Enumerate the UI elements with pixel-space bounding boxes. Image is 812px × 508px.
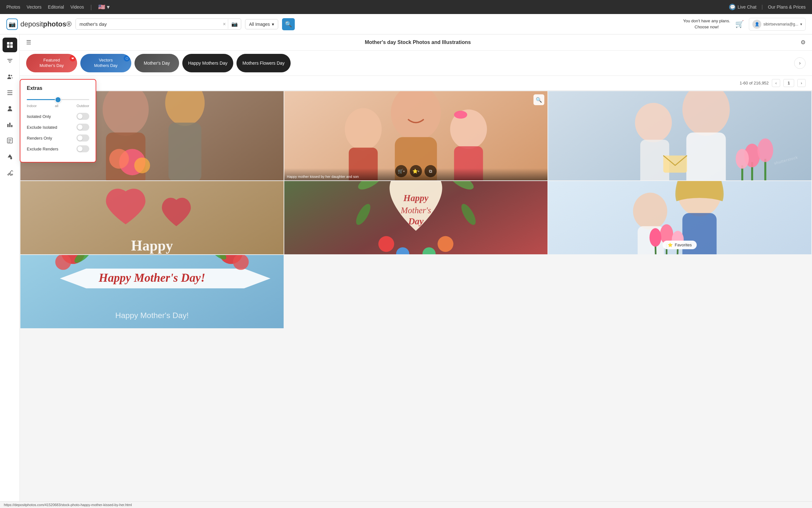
nav-vectors[interactable]: Vectors (27, 4, 42, 9)
nav-editorial[interactable]: Editorial (48, 4, 64, 9)
cart-button[interactable]: 🛒 (734, 19, 745, 30)
next-page-button[interactable]: › (797, 79, 806, 87)
toggle-isolated-only-switch[interactable] (77, 113, 89, 120)
sort-row: NEWEST UNDISCOVERED 1-60 of 216,952 ‹ 1 … (20, 76, 812, 90)
svg-rect-6 (9, 62, 10, 63)
add-to-favorites-button[interactable]: ⭐+ (410, 165, 422, 177)
plans-link[interactable]: Our Plans & Prices (768, 4, 806, 9)
toggle-renders-only: Renders Only (27, 134, 89, 141)
photo-item-2[interactable]: Happy mother kissed by her daughter and … (284, 91, 548, 180)
photo-item-3[interactable]: shutterstock (548, 91, 811, 180)
svg-text:Happy Mother's Day!: Happy Mother's Day! (115, 311, 189, 320)
toggle-exclude-isolated-switch[interactable] (77, 124, 89, 131)
chip-flowers-label: Mothers Flowers Day (243, 60, 285, 66)
toggle-renders-only-label: Renders Only (27, 136, 52, 140)
live-chat-link[interactable]: 💬 Live Chat (729, 4, 756, 10)
svg-rect-9 (7, 90, 12, 91)
svg-point-27 (109, 149, 129, 169)
chip-featured-label: FeaturedMother's Day (40, 58, 64, 69)
sidebar-item-paint[interactable] (3, 149, 17, 164)
toggle-exclude-renders-label: Exclude Renders (27, 146, 58, 152)
photo-4-image: Happy Mother's Day! (20, 181, 284, 254)
photo-item-4[interactable]: Happy Mother's Day! (20, 181, 284, 254)
breadcrumb-row: ☰ Mother's day Stock Photos and Illustra… (20, 34, 812, 51)
chip-mothers-day[interactable]: Mother's Day (134, 54, 179, 72)
language-selector[interactable]: 🇺🇸 ▾ (98, 3, 110, 10)
status-url: https://depositphotos.com/41520683/stock… (4, 503, 132, 507)
svg-point-8 (11, 75, 12, 76)
sidebar-item-chart[interactable] (3, 117, 17, 132)
favorites-label: Favorites (675, 243, 691, 247)
sidebar-item-user[interactable] (3, 101, 17, 116)
photo-item-5[interactable]: Happy Mother's Day (284, 181, 548, 254)
nav-photos[interactable]: Photos (6, 4, 20, 9)
user-menu-button[interactable]: 👤 sibirtsevamaria@g... ▾ (749, 18, 806, 31)
sidebar-item-news[interactable] (3, 133, 17, 148)
svg-rect-2 (7, 45, 9, 48)
photo-item-7[interactable]: Happy Mother's Day! Happy Mother's Day! (20, 255, 284, 328)
svg-rect-15 (11, 125, 12, 127)
toggle-exclude-renders-switch[interactable] (77, 145, 89, 152)
svg-rect-0 (7, 42, 9, 45)
svg-point-12 (9, 106, 11, 109)
chip-featured-mothers-day[interactable]: ❤ FeaturedMother's Day (26, 54, 77, 72)
sidebar-item-filter[interactable] (3, 53, 17, 68)
left-sidebar (0, 34, 20, 508)
chip-happy-label: Happy Mothers Day (188, 60, 227, 66)
search-input[interactable] (76, 19, 221, 29)
hamburger-icon[interactable]: ☰ (26, 39, 31, 46)
photo-2-actions: 🛒+ ⭐+ ⧉ (395, 165, 437, 177)
chip-vectors-mothers-day[interactable]: ⬡ VectorsMothers Day (80, 54, 131, 72)
svg-point-72 (649, 228, 661, 247)
svg-rect-11 (7, 94, 12, 95)
results-count: 1-60 of 216,952 (740, 81, 769, 85)
settings-icon[interactable]: ⚙ (801, 39, 806, 46)
copy-button[interactable]: ⧉ (425, 165, 437, 177)
svg-rect-3 (10, 45, 13, 48)
search-button[interactable]: 🔍 (282, 18, 295, 30)
prev-page-button[interactable]: ‹ (772, 79, 780, 87)
indoor-outdoor-slider[interactable] (27, 96, 89, 102)
slider-fill (27, 99, 58, 100)
search-clear-button[interactable]: × (221, 19, 227, 29)
svg-text:Happy Mother's Day!: Happy Mother's Day! (98, 271, 205, 284)
chips-next-button[interactable]: › (794, 57, 806, 69)
avatar: 👤 (753, 20, 761, 29)
extras-title: Extras (27, 85, 89, 91)
toggle-isolated-only: Isolated Only (27, 113, 89, 120)
plans-line2: Choose now! (683, 24, 730, 30)
slider-label-outdoor: Outdoor (77, 104, 89, 108)
search-type-select[interactable]: All Images ▾ (245, 19, 278, 29)
svg-point-28 (134, 158, 150, 173)
search-type-label: All Images (249, 22, 270, 27)
svg-point-40 (635, 103, 672, 142)
caption-text: Happy mother kissed by her daughter and … (287, 175, 359, 178)
camera-search-button[interactable]: 📷 (228, 19, 241, 29)
svg-rect-1 (10, 42, 13, 45)
chip-happy-mothers-day[interactable]: Happy Mothers Day (182, 54, 233, 72)
add-to-cart-button[interactable]: 🛒+ (395, 165, 407, 177)
chip-vectors-label: VectorsMothers Day (94, 58, 118, 69)
nav-videos[interactable]: Videos (71, 4, 84, 9)
sidebar-item-tools[interactable] (3, 165, 17, 180)
photo-item-6[interactable]: ⭐ Favorites (548, 181, 811, 254)
chip-mothers-flowers-day[interactable]: Mothers Flowers Day (237, 54, 291, 72)
photo-2-zoom-button[interactable]: 🔍 (533, 94, 544, 105)
toggle-renders-only-switch[interactable] (77, 134, 89, 141)
chat-icon: 💬 (729, 4, 735, 10)
svg-point-32 (345, 108, 382, 150)
slider-thumb[interactable] (55, 96, 61, 103)
sidebar-item-people[interactable] (3, 70, 17, 84)
pagination: 1-60 of 216,952 ‹ 1 › (740, 79, 806, 87)
svg-point-67 (633, 193, 667, 230)
nav-divider2: | (762, 4, 763, 10)
sidebar-item-list[interactable] (3, 85, 17, 100)
svg-text:Day: Day (408, 216, 424, 226)
svg-point-45 (758, 138, 773, 162)
chevron-down-icon: ▾ (272, 22, 274, 27)
plans-line1: You don't have any plans. (683, 18, 730, 24)
sidebar-item-grid[interactable] (3, 38, 17, 52)
favorites-button-6[interactable]: ⭐ Favorites (663, 241, 697, 249)
logo[interactable]: 📷 depositphotos® (6, 18, 72, 30)
svg-point-61 (437, 236, 454, 252)
